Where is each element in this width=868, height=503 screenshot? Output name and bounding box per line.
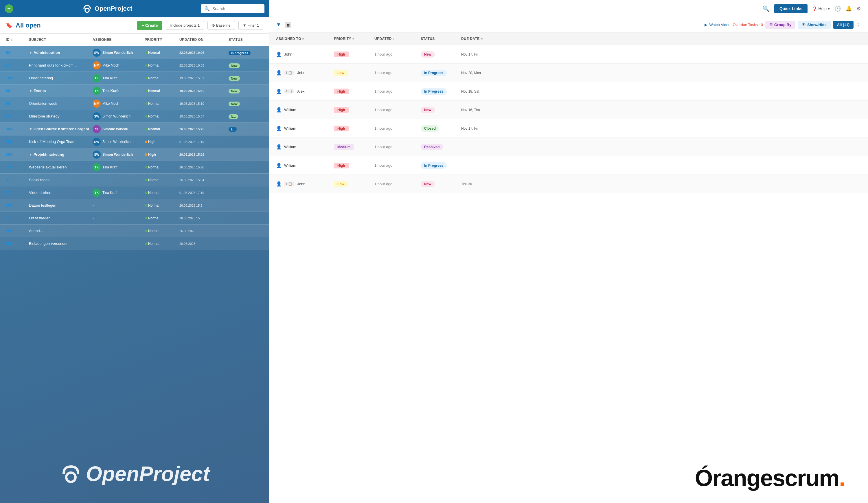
row-assignee: TKTina Kraft [93,189,145,197]
list-item[interactable]: 👤 John High 1 hour ago New Nov 17, Fri [269,45,868,64]
table-row[interactable]: 313 Video drehen TKTina Kraft Normal 01.… [0,186,269,199]
table-row[interactable]: 308 Agend... - Normal 26.06.2023 [0,225,269,237]
os-th-status[interactable]: Status [421,37,461,41]
quick-links-button[interactable]: Quick Links [774,4,807,13]
row-id: 306 [6,203,29,207]
table-row[interactable]: 306 Datum festlegen - Normal 26.06.2023 … [0,199,269,212]
os-th-due[interactable]: Due Date = [461,37,513,41]
clock-icon[interactable]: 🕐 [835,6,841,12]
row-subject: Video drehen [29,191,93,195]
table-row[interactable]: 65 Orientation week MMMike Moch Normal 1… [0,97,269,110]
table-row[interactable]: 307 Ort festlegen - Normal 26.06.2023 15 [0,212,269,225]
create-button[interactable]: + Create [137,21,163,30]
os-th-updated[interactable]: Updated ↓ [374,37,421,41]
list-item[interactable]: 👤 1 📋Alex High 1 hour ago In Progress No… [269,82,868,101]
list-item[interactable]: 👤 1 📋John Low 1 hour ago New Thu 30 [269,175,868,193]
os-help-button[interactable]: ❓ Help ▾ [812,6,830,11]
show-hide-button[interactable]: 👁 Show/Hide [798,21,830,29]
list-item[interactable]: 👤 William High 1 hour ago In Progress [269,156,868,175]
table-row[interactable]: 311 Social media - Normal 26.06.2023 15:… [0,174,269,186]
row-subject: Ort festlegen [29,216,93,220]
th-priority[interactable]: PRIORITY [145,38,179,42]
person-icon: 👤 [276,70,282,75]
row-updated: 01.08.2023 17:19 [179,140,229,144]
op-search-input[interactable] [213,6,261,11]
row-priority: Normal [145,76,179,80]
filter-button[interactable]: ▼ Filter 1 [238,21,263,30]
os-row-assignee: 👤 1 📋John [276,181,334,187]
os-row-due: Nov 20, Mon [461,71,513,75]
table-row[interactable]: 310 Webseite aktualisieren TKTina Kraft … [0,161,269,174]
list-item[interactable]: 👤 William Medium 1 hour ago Resolved [269,138,868,156]
row-priority: Normal [145,191,179,195]
row-priority: Normal [145,51,179,55]
list-item[interactable]: 👤 1 📋John Low 1 hour ago In Progress Nov… [269,64,868,82]
th-updated[interactable]: UPDATED ON [179,38,229,42]
os-row-priority: Low [334,70,374,76]
table-row[interactable]: 301 Milestone strategy SWSimon Wunderlic… [0,110,269,123]
row-status: In progress [229,50,263,55]
row-assignee: MMMike Moch [93,100,145,107]
op-search-box[interactable]: 🔍 [201,4,265,13]
person-icon: 👤 [276,181,282,187]
group-by-button[interactable]: ⊞ Group By [765,21,795,29]
group-by-label: Group By [774,23,791,27]
baseline-button[interactable]: ⊙ Baseline [207,21,235,30]
list-item[interactable]: 👤 William High 1 hour ago New Nov 16, Th… [269,101,868,119]
bell-icon[interactable]: 🔔 [845,6,852,12]
watch-video-button[interactable]: ▶ Watch Video [704,23,730,27]
os-row-assignee: 👤 1 📋John [276,70,334,75]
table-row[interactable]: 66 ▼Events TKTina Kraft Normal 19.05.202… [0,84,269,97]
os-search-icon[interactable]: 🔍 [762,5,769,12]
os-row-due: Nov 16, Thu [461,108,513,112]
os-th-updated-label: Updated [374,37,392,41]
th-subject[interactable]: SUBJECT [29,38,93,42]
op-table-body: 64 ▼Administration SWSimon Wunderlich No… [0,46,269,503]
table-row[interactable]: 64 ▼Administration SWSimon Wunderlich No… [0,46,269,59]
gear-icon[interactable]: ⚙ [856,6,861,12]
right-panel: 🔍 Quick Links ❓ Help ▾ 🕐 🔔 ⚙ ▼ ▦ ▶ Watch… [269,0,868,503]
row-id: 304 [6,152,29,156]
row-status: New [229,101,263,106]
os-col-icon-button[interactable]: ▦ [285,22,291,28]
os-th-priority[interactable]: Priority = [334,37,374,41]
os-row-priority: High [334,52,374,57]
os-th-assignee[interactable]: Assigned to = [276,37,334,41]
row-id: 308 [6,229,29,233]
watch-video-label: Watch Video [709,23,730,27]
th-assignee[interactable]: ASSIGNEE [93,38,145,42]
all-badge-button[interactable]: All (11) [833,21,854,29]
more-options-button[interactable]: ⋮ [856,22,861,28]
table-row[interactable]: 305 Kick-off Meeting Orga Team SWSimon W… [0,135,269,148]
include-projects-button[interactable]: Include projects 1 [166,21,204,30]
row-id: 66 [6,89,29,93]
row-subject: Print hand outs for kick-off ... [29,63,93,68]
row-assignee: SISimone Wibeau [93,125,145,133]
os-watermark: Órangescrum. [695,465,845,491]
th-status[interactable]: STATUS [229,38,263,42]
row-id: 310 [6,165,29,169]
show-hide-icon: 👁 [802,23,806,27]
table-row[interactable]: 67 Print hand outs for kick-off ... MMMi… [0,59,269,72]
os-filter-icon-button[interactable]: ▼ [276,22,281,28]
row-assignee: SWSimon Wunderlich [93,49,145,57]
row-updated: 26.06.2023 15:28 [179,166,229,169]
table-row[interactable]: 309 Einladungen versenden - Normal 26.06… [0,237,269,250]
row-assignee: - [93,242,145,246]
row-id: 301 [6,114,29,119]
table-row[interactable]: 304 ▼Projektmarketing SWSimon Wunderlich… [0,148,269,161]
os-row-due: Nov 18, Sat [461,90,513,93]
table-row[interactable]: 189 Order catering TKTina Kraft Normal 1… [0,72,269,84]
os-th-status-label: Status [421,37,435,41]
list-item[interactable]: 👤 William High 1 hour ago Closed Nov 17,… [269,119,868,138]
row-subject: ▼Administration [29,50,93,55]
os-row-updated: 1 hour ago [374,163,421,167]
th-id[interactable]: ID ↑ [6,38,29,42]
op-page-title: All open [16,22,41,29]
plus-button[interactable]: + [4,4,13,13]
os-row-priority: High [334,89,374,94]
row-updated: 26.06.2023 15:5 [179,204,229,207]
table-row[interactable]: 303 ▼Open Source Konferenz organi... SIS… [0,123,269,135]
row-priority: Normal [145,89,179,93]
row-assignee: TKTina Kraft [93,163,145,171]
